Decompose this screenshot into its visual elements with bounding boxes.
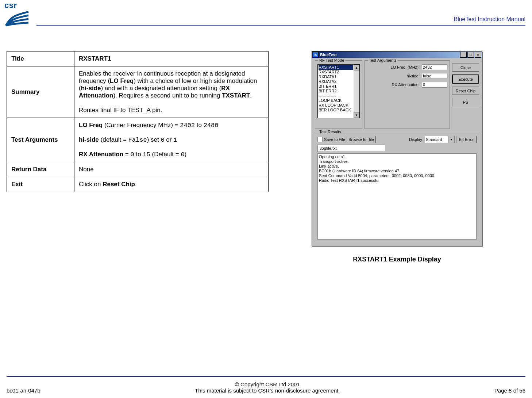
chevron-down-icon[interactable]: ▼ [448, 136, 454, 143]
logo-text: csr [4, 1, 17, 10]
copyright: © Copyright CSR Ltd 2001 [41, 381, 494, 387]
scroll-down-icon[interactable]: ▼ [354, 112, 359, 118]
close-window-button[interactable]: × [475, 52, 481, 58]
figure-caption: RXSTART1 Example Display [353, 256, 441, 263]
lo-freq-label: LO Freq. (MHz): [367, 65, 420, 69]
side-buttons: Close Execute Reset Chip PS [452, 60, 479, 129]
scroll-up-icon[interactable]: ▲ [354, 65, 359, 70]
logo-waves-icon [4, 11, 30, 27]
logfile-path-input[interactable]: .\logfile.txt [317, 145, 385, 152]
reset-chip-button[interactable]: Reset Chip [452, 87, 479, 95]
definition-key: Return Data [7, 162, 74, 177]
definition-table-container: TitleRXSTART1SummaryEnables the receiver… [7, 51, 269, 263]
rx-attenuation-input[interactable] [422, 82, 447, 88]
list-item[interactable]: RX LOOP BACK [319, 103, 353, 108]
table-row: SummaryEnables the receiver in continuou… [7, 66, 269, 118]
hi-side-input[interactable] [422, 73, 447, 79]
app-icon: B [313, 52, 319, 58]
nda-notice: This material is subject to CSR's non-di… [41, 387, 494, 394]
definition-value: RXSTART1 [74, 51, 269, 66]
definition-value: None [74, 162, 269, 177]
display-label: Display: [409, 137, 423, 142]
table-row: TitleRXSTART1 [7, 51, 269, 66]
results-console: Opening com1. Transport active. Link act… [317, 153, 477, 240]
footer-center: © Copyright CSR Ltd 2001 This material i… [41, 381, 494, 394]
header-rule [36, 25, 525, 26]
list-item[interactable]: BIT ERR1 [319, 84, 353, 89]
csr-logo: csr [4, 1, 30, 27]
display-dropdown[interactable]: Standard ▼ [425, 136, 455, 143]
definition-key: Summary [7, 66, 74, 118]
execute-button[interactable]: Execute [452, 74, 479, 84]
definition-value: Enables the receiver in continuous recep… [74, 66, 269, 118]
definition-key: Title [7, 51, 74, 66]
ps-button[interactable]: PS [452, 98, 479, 106]
close-button[interactable]: Close [452, 63, 479, 72]
rf-test-mode-group: RXSTART1RXSTART2RXDATA1RXDATA2BIT ERR1BI… [315, 60, 362, 129]
list-item[interactable]: RXSTART2 [319, 70, 353, 74]
display-value: Standard [426, 137, 442, 142]
table-row: Test ArgumentsLO Freq (Carrier Frequency… [7, 118, 269, 162]
rx-attenuation-label: RX Attenuation: [367, 83, 420, 87]
page-footer: bc01-an-047b © Copyright CSR Ltd 2001 Th… [7, 381, 525, 394]
list-item[interactable]: LOOP BACK [319, 98, 353, 103]
definition-key: Test Arguments [7, 118, 74, 162]
list-item[interactable]: BIT ERR2 [319, 89, 353, 93]
logfile-path-value: .\logfile.txt [319, 146, 337, 150]
lo-freq-input[interactable] [422, 64, 447, 70]
definition-value: LO Freq (Carrier Frequency MHz) = 2402 t… [74, 118, 269, 162]
test-results-group: Save to File Browse for file Display: St… [315, 132, 479, 242]
list-item[interactable]: RXSTART1 [319, 65, 353, 70]
window-title: BlueTest [320, 53, 337, 57]
browse-button[interactable]: Browse for file [347, 136, 376, 143]
page-number: Page 8 of 56 [494, 387, 525, 394]
table-row: Return DataNone [7, 162, 269, 177]
page-header: csr BlueTest Instruction Manual [0, 0, 532, 29]
titlebar[interactable]: B BlueTest _ □ × [312, 51, 482, 58]
list-item[interactable]: BER LOOP BACK [319, 108, 353, 112]
test-arguments-group: LO Freq. (MHz): hi-side: RX Attenuation: [365, 60, 450, 129]
save-to-file-label: Save to File [324, 137, 345, 142]
list-item[interactable]: RXDATA1 [319, 74, 353, 79]
bluetest-window: B BlueTest _ □ × RXSTART1RXSTART2RXDATA1… [312, 51, 482, 246]
list-item[interactable]: RXDATA2 [319, 79, 353, 84]
bit-error-button[interactable]: Bit Error [456, 136, 477, 143]
minimize-button[interactable]: _ [460, 52, 467, 58]
table-row: ExitClick on Reset Chip. [7, 177, 269, 192]
list-item[interactable]: ------------- [319, 93, 353, 98]
listbox-scrollbar[interactable]: ▲ ▼ [354, 65, 359, 118]
doc-id: bc01-an-047b [7, 387, 41, 394]
definition-key: Exit [7, 177, 74, 192]
rf-mode-listbox[interactable]: RXSTART1RXSTART2RXDATA1RXDATA2BIT ERR1BI… [317, 64, 360, 118]
footer-rule [7, 376, 525, 377]
save-to-file-checkbox[interactable] [317, 137, 323, 142]
document-title: BlueTest Instruction Manual [454, 16, 525, 23]
maximize-button[interactable]: □ [467, 52, 474, 58]
definition-value: Click on Reset Chip. [74, 177, 269, 192]
definition-table: TitleRXSTART1SummaryEnables the receiver… [7, 51, 269, 192]
hi-side-label: hi-side: [367, 74, 420, 78]
